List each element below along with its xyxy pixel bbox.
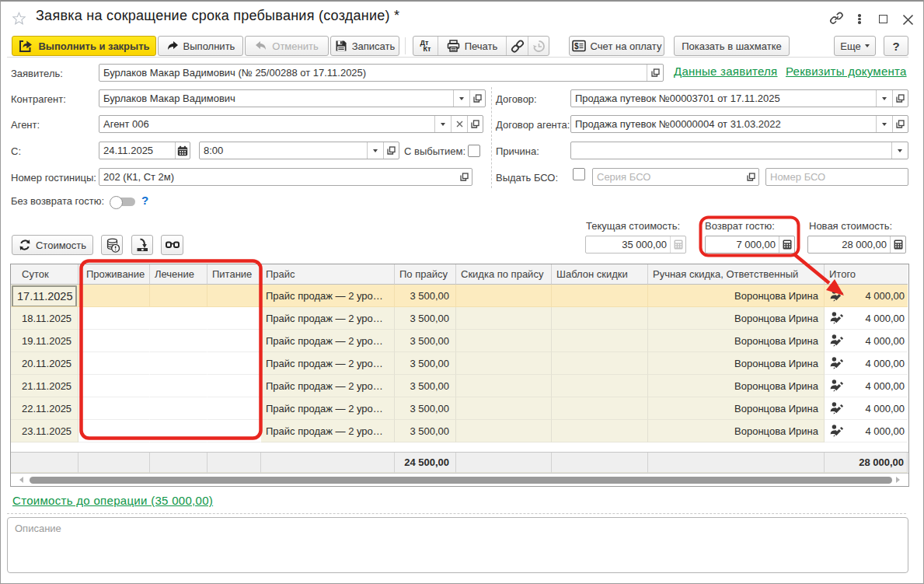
svg-text:$: $ bbox=[574, 42, 579, 51]
